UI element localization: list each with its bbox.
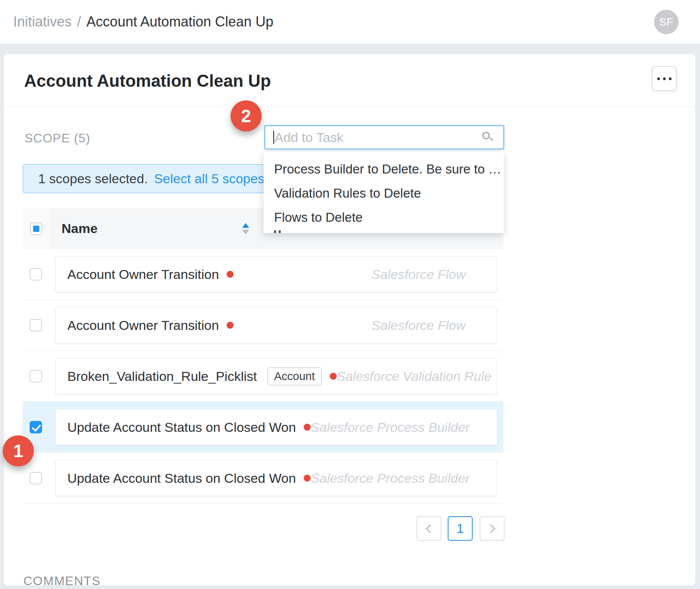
annotation-step-1-badge: 1: [3, 435, 34, 466]
top-bar: Initiatives / Account Automation Clean U…: [0, 0, 700, 44]
selection-banner-text: 1 scopes selected.: [38, 171, 148, 186]
chevron-right-icon: [487, 524, 496, 533]
screen: Initiatives / Account Automation Clean U…: [0, 0, 700, 589]
object-tag-badge: Account: [267, 367, 322, 386]
indeterminate-mark-icon: [33, 226, 39, 232]
scope-section-heading: SCOPE (5): [25, 131, 90, 145]
avatar-initials: SF: [660, 16, 674, 28]
scope-name: Update Account Status on Closed Won: [67, 420, 296, 435]
dropdown-option[interactable]: Flows to Delete: [264, 205, 504, 230]
status-dot-icon: [227, 322, 234, 329]
status-dot-icon: [227, 271, 234, 278]
sort-icon[interactable]: [242, 223, 249, 234]
row-checkbox[interactable]: [30, 268, 42, 280]
previous-page-button[interactable]: [417, 516, 441, 541]
breadcrumb-current: Account Automation Clean Up: [86, 14, 273, 30]
select-all-scopes-link[interactable]: Select all 5 scopes: [154, 171, 265, 186]
page-title: Account Automation Clean Up: [24, 71, 271, 91]
row-checkbox[interactable]: [30, 472, 42, 484]
status-dot-icon: [304, 475, 311, 482]
scope-type: Salesforce Process Builder: [311, 420, 501, 435]
text-cursor: [273, 131, 274, 144]
scope-table: Name Account Owner Transition Salesforce…: [23, 208, 503, 504]
next-page-button[interactable]: [480, 516, 505, 541]
table-row: Update Account Status on Closed Won Sale…: [23, 453, 503, 504]
select-all-checkbox[interactable]: [30, 223, 42, 235]
row-checkbox-checked[interactable]: [30, 421, 42, 433]
avatar[interactable]: SF: [654, 10, 679, 34]
sort-desc-icon: [242, 230, 249, 234]
scope-type: Salesforce Flow: [371, 318, 497, 333]
header-divider: [4, 106, 695, 107]
comments-section-heading: COMMENTS: [23, 574, 101, 588]
annotation-step-2-badge: 2: [230, 100, 262, 131]
table-row-selected: Update Account Status on Closed Won Sale…: [23, 402, 503, 453]
scope-name: Broken_Validation_Rule_Picklist: [67, 369, 257, 384]
more-options-button[interactable]: [652, 66, 677, 91]
breadcrumb-parent-link[interactable]: Initiatives: [13, 14, 72, 30]
dropdown-option[interactable]: Process Builder to Delete. Be sure to do…: [264, 157, 504, 181]
dropdown-option[interactable]: Validation Rules to Delete: [264, 181, 504, 205]
page-number-button[interactable]: 1: [448, 516, 473, 541]
dropdown-option-clipped: [264, 230, 504, 233]
scope-item[interactable]: Account Owner Transition Salesforce Flow: [55, 307, 497, 343]
table-header-checkbox-cell: [23, 208, 49, 249]
scope-item[interactable]: Update Account Status on Closed Won Sale…: [55, 460, 497, 496]
status-dot-icon: [304, 424, 311, 431]
table-row: Account Owner Transition Salesforce Flow: [23, 249, 503, 300]
status-dot-icon: [330, 373, 337, 380]
row-checkbox[interactable]: [30, 319, 42, 331]
scope-item[interactable]: Account Owner Transition Salesforce Flow: [55, 256, 497, 292]
scope-type: Salesforce Flow: [371, 267, 497, 282]
row-checkbox[interactable]: [30, 370, 42, 382]
ellipsis-icon: [669, 77, 672, 80]
pagination: 1: [4, 516, 503, 541]
table-row: Account Owner Transition Salesforce Flow: [23, 300, 503, 351]
table-row: Broken_Validation_Rule_Picklist Account …: [23, 351, 503, 402]
add-to-task-dropdown: Process Builder to Delete. Be sure to do…: [264, 152, 504, 233]
breadcrumb-separator: /: [77, 14, 81, 30]
add-to-task-input[interactable]: [265, 126, 503, 149]
chevron-left-icon: [426, 524, 435, 533]
breadcrumb: Initiatives / Account Automation Clean U…: [13, 0, 273, 44]
ellipsis-icon: [657, 77, 660, 80]
search-icon: [482, 132, 494, 144]
scope-type: Salesforce Process Builder: [311, 471, 501, 486]
scope-type: Salesforce Validation Rule: [337, 369, 523, 384]
scope-item[interactable]: Update Account Status on Closed Won Sale…: [55, 409, 497, 445]
scope-name: Account Owner Transition: [67, 318, 219, 333]
scope-name: Update Account Status on Closed Won: [67, 471, 296, 486]
ellipsis-icon: [663, 77, 666, 80]
sort-asc-icon: [242, 223, 249, 228]
scope-name: Account Owner Transition: [67, 267, 219, 282]
scope-item[interactable]: Broken_Validation_Rule_Picklist Account …: [55, 358, 497, 394]
add-to-task-field: [264, 125, 504, 149]
